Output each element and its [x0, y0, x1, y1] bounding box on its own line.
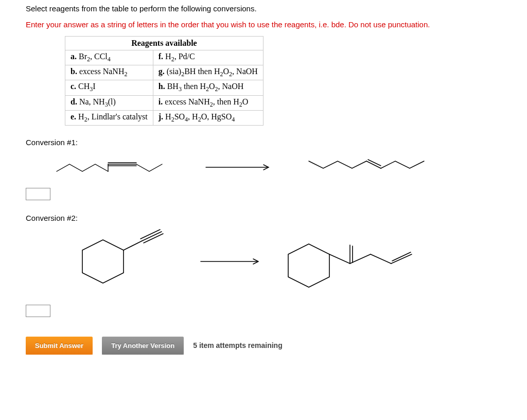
conversion-2-label: Conversion #2: — [26, 214, 527, 222]
reagents-header: Reagents available — [65, 37, 264, 50]
reagent-cell: a. Br2, CCl4 — [65, 50, 153, 65]
conversion-1-scheme — [46, 150, 527, 183]
svg-line-18 — [371, 254, 391, 264]
reagent-cell: b. excess NaNH2 — [65, 65, 153, 80]
try-another-button[interactable]: Try Another Version — [102, 337, 184, 355]
conversion-1-label: Conversion #1: — [26, 138, 527, 147]
conversion-2-answer[interactable] — [26, 305, 50, 317]
svg-marker-7 — [82, 240, 124, 283]
action-bar: Submit Answer Try Another Version 5 item… — [26, 337, 527, 355]
conversion-1-answer[interactable] — [26, 188, 50, 200]
table-row: a. Br2, CCl4f. H2, Pd/C — [65, 50, 264, 65]
svg-line-20 — [392, 252, 411, 261]
table-row: b. excess NaNH2g. (sia)2BH then H2O2, Na… — [65, 65, 264, 80]
svg-line-14 — [329, 254, 350, 264]
svg-marker-13 — [288, 244, 329, 287]
reagent-cell: e. H2, Lindlar's catalyst — [65, 110, 153, 125]
reagent-cell: f. H2, Pd/C — [153, 50, 263, 65]
svg-line-19 — [391, 254, 412, 264]
attempts-remaining: 5 item attempts remaining — [193, 341, 283, 349]
instruction-format: Enter your answer as a string of letters… — [26, 20, 527, 29]
svg-line-17 — [350, 254, 371, 264]
reagent-cell: c. CH3I — [65, 80, 153, 95]
reagent-cell: j. H2SO4, H2O, HgSO4 — [153, 110, 263, 125]
reagents-table: Reagents available a. Br2, CCl4f. H2, Pd… — [65, 36, 264, 126]
reagent-cell: i. excess NaNH2, then H2O — [153, 95, 263, 110]
table-row: d. Na, NH3(l)i. excess NaNH2, then H2O — [65, 95, 264, 110]
reagent-cell: d. Na, NH3(l) — [65, 95, 153, 110]
instruction-text: Select reagents from the table to perfor… — [26, 4, 527, 13]
reagent-cell: h. BH3 then H2O2, NaOH — [153, 80, 263, 95]
conversion-2-scheme — [46, 225, 527, 300]
table-row: c. CH3Ih. BH3 then H2O2, NaOH — [65, 80, 264, 95]
submit-button[interactable]: Submit Answer — [26, 337, 93, 355]
table-row: e. H2, Lindlar's catalystj. H2SO4, H2O, … — [65, 110, 264, 125]
svg-line-8 — [124, 241, 142, 250]
reagent-cell: g. (sia)2BH then H2O2, NaOH — [153, 65, 263, 80]
